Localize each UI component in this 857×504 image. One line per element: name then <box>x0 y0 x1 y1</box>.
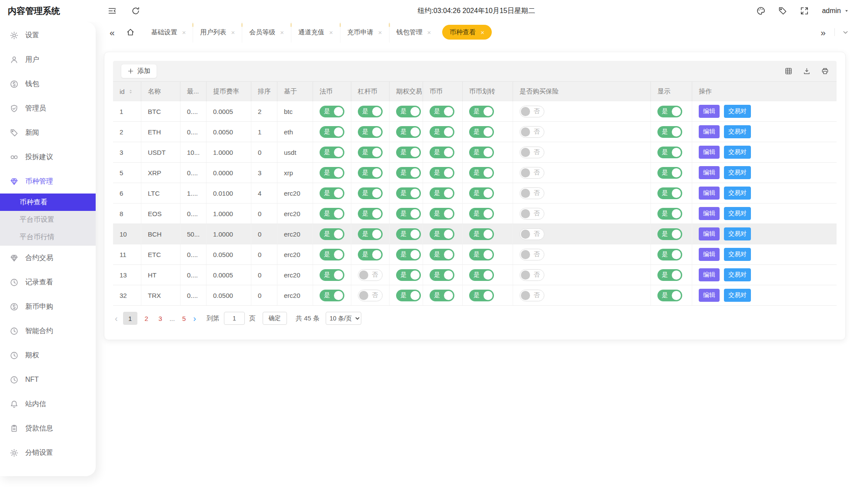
toggle-transfer[interactable]: 是 <box>469 249 494 260</box>
toggle-coin[interactable]: 是 <box>430 249 454 260</box>
toggle-fiat[interactable]: 是 <box>320 126 344 138</box>
page-button-3[interactable]: 3 <box>156 315 165 322</box>
sidebar-item-10[interactable]: 智能合约 <box>0 319 96 343</box>
toggle-insurance[interactable]: 否 <box>520 187 544 199</box>
toggle-show[interactable]: 是 <box>657 167 682 179</box>
trading-pair-button[interactable]: 交易对 <box>724 187 751 200</box>
tab-1[interactable]: 用户列表× <box>193 22 242 43</box>
toggle-insurance[interactable]: 否 <box>520 126 544 138</box>
trading-pair-button[interactable]: 交易对 <box>724 146 751 159</box>
edit-button[interactable]: 编辑 <box>699 105 720 118</box>
toggle-coin[interactable]: 是 <box>430 147 454 158</box>
sidebar-item-6[interactable]: 币种管理 <box>0 169 96 194</box>
toggle-coin[interactable]: 是 <box>430 208 454 220</box>
add-button[interactable]: 添加 <box>121 64 157 78</box>
toggle-coin[interactable]: 是 <box>430 167 454 179</box>
sort-icon[interactable] <box>127 88 134 95</box>
toggle-option[interactable]: 是 <box>396 106 421 117</box>
toggle-option[interactable]: 是 <box>396 290 421 301</box>
toggle-fiat[interactable]: 是 <box>320 290 344 301</box>
toggle-show[interactable]: 是 <box>657 228 682 240</box>
toggle-lever[interactable]: 否 <box>358 290 383 301</box>
toggle-fiat[interactable]: 是 <box>320 249 344 260</box>
toggle-insurance[interactable]: 否 <box>520 269 544 281</box>
close-icon[interactable]: × <box>231 29 235 36</box>
column-header-0[interactable]: id <box>113 82 141 101</box>
sidebar-item-12[interactable]: NFT <box>0 367 96 392</box>
toggle-lever[interactable]: 是 <box>358 208 383 220</box>
tab-5[interactable]: 钱包管理× <box>389 22 438 43</box>
toggle-option[interactable]: 是 <box>396 249 421 260</box>
sidebar-item-7[interactable]: 合约交易 <box>0 246 96 270</box>
toggle-transfer[interactable]: 是 <box>469 106 494 117</box>
edit-button[interactable]: 编辑 <box>699 187 720 200</box>
toggle-coin[interactable]: 是 <box>430 290 454 301</box>
page-button-2[interactable]: 2 <box>142 315 151 322</box>
toggle-fiat[interactable]: 是 <box>320 147 344 158</box>
toggle-transfer[interactable]: 是 <box>469 187 494 199</box>
toggle-fiat[interactable]: 是 <box>320 106 344 117</box>
sidebar-item-2[interactable]: 钱包 <box>0 72 96 96</box>
close-icon[interactable]: × <box>378 29 382 36</box>
toggle-fiat[interactable]: 是 <box>320 187 344 199</box>
toggle-lever[interactable]: 是 <box>358 187 383 199</box>
tab-2[interactable]: 会员等级× <box>242 22 291 43</box>
trading-pair-button[interactable]: 交易对 <box>724 289 751 302</box>
edit-button[interactable]: 编辑 <box>699 207 720 220</box>
grid-icon[interactable] <box>785 67 792 75</box>
refresh-icon[interactable] <box>131 7 140 15</box>
palette-icon[interactable] <box>757 7 765 15</box>
toggle-show[interactable]: 是 <box>657 106 682 117</box>
sidebar-item-3[interactable]: 管理员 <box>0 96 96 120</box>
toggle-fiat[interactable]: 是 <box>320 208 344 220</box>
edit-button[interactable]: 编辑 <box>699 248 720 261</box>
confirm-button[interactable]: 确定 <box>263 312 287 325</box>
toggle-show[interactable]: 是 <box>657 269 682 281</box>
edit-button[interactable]: 编辑 <box>699 125 720 138</box>
chevron-down-icon[interactable] <box>842 29 849 36</box>
print-icon[interactable] <box>821 67 829 75</box>
sidebar-item-0[interactable]: 设置 <box>0 23 96 47</box>
toggle-option[interactable]: 是 <box>396 228 421 240</box>
next-page-icon[interactable]: › <box>193 314 196 324</box>
edit-button[interactable]: 编辑 <box>699 166 720 179</box>
trading-pair-button[interactable]: 交易对 <box>724 207 751 220</box>
sidebar-item-4[interactable]: 新闻 <box>0 120 96 145</box>
page-size-select[interactable]: 10 条/页 <box>326 312 361 325</box>
menu-fold-icon[interactable] <box>108 7 117 15</box>
toggle-show[interactable]: 是 <box>657 147 682 158</box>
toggle-option[interactable]: 是 <box>396 187 421 199</box>
toggle-insurance[interactable]: 否 <box>520 208 544 220</box>
sidebar-item-9[interactable]: 新币申购 <box>0 294 96 319</box>
toggle-show[interactable]: 是 <box>657 126 682 138</box>
toggle-option[interactable]: 是 <box>396 147 421 158</box>
tab-0[interactable]: 基础设置× <box>144 22 193 43</box>
toggle-coin[interactable]: 是 <box>430 269 454 281</box>
trading-pair-button[interactable]: 交易对 <box>724 227 751 240</box>
toggle-insurance[interactable]: 否 <box>520 167 544 179</box>
edit-button[interactable]: 编辑 <box>699 146 720 159</box>
sidebar-subitem-1[interactable]: 平台币设置 <box>0 211 96 228</box>
toggle-show[interactable]: 是 <box>657 208 682 220</box>
goto-page-input[interactable] <box>224 312 245 325</box>
toggle-coin[interactable]: 是 <box>430 228 454 240</box>
edit-button[interactable]: 编辑 <box>699 289 720 302</box>
toggle-coin[interactable]: 是 <box>430 187 454 199</box>
close-icon[interactable]: × <box>480 29 484 36</box>
user-menu[interactable]: admin <box>822 7 849 15</box>
tab-6-active[interactable]: 币种查看× <box>442 25 492 40</box>
toggle-lever[interactable]: 是 <box>358 147 383 158</box>
toggle-option[interactable]: 是 <box>396 126 421 138</box>
toggle-transfer[interactable]: 是 <box>469 167 494 179</box>
tabs-scroll-left-icon[interactable]: « <box>108 28 117 37</box>
sidebar-item-13[interactable]: 站内信 <box>0 392 96 416</box>
toggle-lever[interactable]: 否 <box>358 269 383 281</box>
page-button-5[interactable]: 5 <box>179 315 189 322</box>
sidebar-subitem-2[interactable]: 平台币行情 <box>0 228 96 246</box>
sidebar-subitem-0[interactable]: 币种查看 <box>0 194 96 211</box>
toggle-insurance[interactable]: 否 <box>520 228 544 240</box>
toggle-transfer[interactable]: 是 <box>469 147 494 158</box>
sidebar-item-11[interactable]: 期权 <box>0 343 96 367</box>
toggle-option[interactable]: 是 <box>396 167 421 179</box>
toggle-transfer[interactable]: 是 <box>469 269 494 281</box>
